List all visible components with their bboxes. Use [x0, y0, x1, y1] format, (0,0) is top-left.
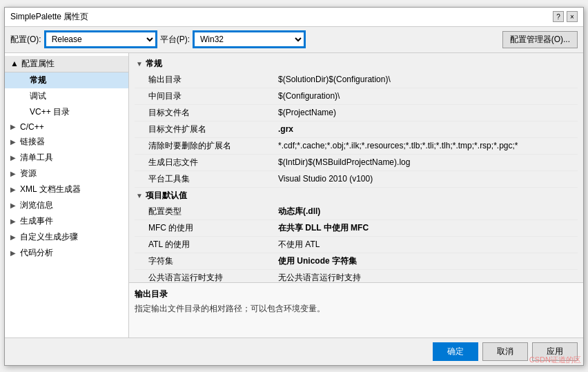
prop-target-name-label: 目标文件名 — [135, 106, 273, 119]
prop-intermediate-name: 中间目录 — [135, 90, 273, 103]
main-panel: ▼ 常规 输出目录 $(SolutionDir)$(Configuration)… — [129, 53, 583, 337]
sidebar-item-general[interactable]: 常规 — [5, 72, 128, 88]
description-text: 指定输出文件目录的相对路径；可以包含环境变量。 — [135, 303, 578, 315]
sidebar-item-code-arrow: ▶ — [10, 249, 17, 257]
sidebar-item-xml-label: XML 文档生成器 — [20, 184, 81, 195]
prop-atl-label: ATL 的使用 — [135, 238, 273, 251]
toolbar: 配置(O): Release Debug 所有配置 平台(P): Win32 x… — [5, 27, 583, 53]
prop-atl-use: ATL 的使用 不使用 ATL — [135, 237, 578, 253]
sidebar-item-linker[interactable]: ▶ 链接器 — [5, 134, 128, 150]
prop-config-type: 配置类型 动态库(.dll) — [135, 204, 578, 220]
description-panel: 输出目录 指定输出文件目录的相对路径；可以包含环境变量。 — [129, 282, 583, 337]
prop-platform-toolset-value: Visual Studio 2010 (v100) — [273, 173, 578, 184]
section-general-label: 常规 — [146, 58, 162, 70]
config-manager-button[interactable]: 配置管理器(O)... — [502, 31, 578, 48]
section-defaults-arrow: ▼ — [136, 192, 143, 199]
section-general-header[interactable]: ▼ 常规 — [135, 56, 578, 72]
sidebar-header-arrow: ▲ — [10, 59, 19, 68]
sidebar-item-manifest[interactable]: ▶ 清单工具 — [5, 150, 128, 166]
sidebar-item-cpp[interactable]: ▶ C/C++ — [5, 120, 128, 134]
prop-target-name-value: $(ProjectName) — [273, 107, 578, 118]
sidebar-item-resources-label: 资源 — [20, 168, 37, 179]
sidebar-item-vcpp-label: VC++ 目录 — [30, 106, 70, 118]
sidebar-item-linker-arrow: ▶ — [10, 138, 17, 146]
sidebar-header: ▲ 配置属性 — [5, 56, 128, 72]
prop-charset: 字符集 使用 Unicode 字符集 — [135, 253, 578, 270]
sidebar-item-resources-arrow: ▶ — [10, 170, 17, 177]
prop-build-log: 生成日志文件 $(IntDir)$(MSBuildProjectName).lo… — [135, 155, 578, 171]
ok-button[interactable]: 确定 — [433, 342, 478, 361]
title-bar-buttons: ? × — [553, 11, 578, 22]
sidebar-item-events-arrow: ▶ — [10, 217, 17, 225]
sidebar-item-browse-label: 浏览信息 — [20, 199, 53, 211]
prop-mfc-value: 在共享 DLL 中使用 MFC — [273, 222, 578, 235]
prop-clr-label: 公共语言运行时支持 — [135, 271, 273, 282]
watermark: CSDN证道的区 — [529, 355, 581, 365]
sidebar-item-manifest-arrow: ▶ — [10, 154, 17, 161]
prop-target-ext-label: 目标文件扩展名 — [135, 123, 273, 136]
properties-dialog: SimplePalette 属性页 ? × 配置(O): Release Deb… — [4, 7, 584, 366]
sidebar-item-manifest-label: 清单工具 — [20, 152, 53, 164]
sidebar-item-code-analysis[interactable]: ▶ 代码分析 — [5, 245, 128, 261]
prop-atl-value: 不使用 ATL — [273, 238, 578, 251]
prop-clr: 公共语言运行时支持 无公共语言运行时支持 — [135, 270, 578, 282]
sidebar: ▲ 配置属性 常规 调试 VC++ 目录 ▶ C/C++ ▶ 链接器 — [5, 53, 129, 337]
sidebar-item-custom-build[interactable]: ▶ 自定义生成步骤 — [5, 229, 128, 245]
sidebar-item-vcpp-dirs[interactable]: VC++ 目录 — [5, 104, 128, 120]
sidebar-item-debug[interactable]: 调试 — [5, 88, 128, 104]
title-bar: SimplePalette 属性页 ? × — [5, 8, 583, 27]
sidebar-item-linker-label: 链接器 — [20, 136, 45, 148]
sidebar-item-xml-gen[interactable]: ▶ XML 文档生成器 — [5, 182, 128, 197]
prop-target-ext: 目标文件扩展名 .grx — [135, 121, 578, 138]
prop-mfc-use: MFC 的使用 在共享 DLL 中使用 MFC — [135, 220, 578, 237]
sidebar-item-custom-arrow: ▶ — [10, 233, 17, 241]
prop-build-log-value: $(IntDir)$(MSBuildProjectName).log — [273, 157, 578, 168]
description-title: 输出目录 — [135, 288, 578, 300]
sidebar-item-xml-arrow: ▶ — [10, 186, 17, 193]
prop-config-type-label: 配置类型 — [135, 205, 273, 218]
sidebar-item-custom-label: 自定义生成步骤 — [20, 231, 78, 243]
sidebar-item-general-label: 常规 — [30, 75, 46, 86]
config-label: 配置(O): — [10, 34, 41, 46]
platform-select[interactable]: Win32 x64 — [194, 32, 304, 47]
prop-mfc-label: MFC 的使用 — [135, 222, 273, 235]
prop-intermediate-value: $(Configuration)\ — [273, 90, 578, 101]
prop-platform-toolset: 平台工具集 Visual Studio 2010 (v100) — [135, 171, 578, 188]
sidebar-header-label: 配置属性 — [21, 58, 55, 70]
prop-output-dir-name: 输出目录 — [135, 73, 273, 86]
sidebar-item-cpp-label: C/C++ — [20, 122, 44, 132]
cancel-button[interactable]: 取消 — [482, 342, 528, 361]
prop-output-dir-value: $(SolutionDir)$(Configuration)\ — [273, 74, 578, 85]
platform-label: 平台(P): — [160, 34, 190, 46]
prop-clean-ext-label: 清除时要删除的扩展名 — [135, 139, 273, 153]
prop-charset-value: 使用 Unicode 字符集 — [273, 255, 578, 268]
section-defaults-label: 项目默认值 — [146, 190, 187, 202]
sidebar-item-events-label: 生成事件 — [20, 215, 53, 227]
sidebar-item-debug-label: 调试 — [30, 90, 46, 102]
prop-target-ext-value: .grx — [273, 124, 578, 135]
sidebar-item-browse-arrow: ▶ — [10, 202, 17, 209]
prop-clr-value: 无公共语言运行时支持 — [273, 271, 578, 282]
sidebar-item-cpp-arrow: ▶ — [10, 123, 17, 130]
prop-config-type-value: 动态库(.dll) — [273, 205, 578, 218]
properties-table: ▼ 常规 输出目录 $(SolutionDir)$(Configuration)… — [129, 53, 583, 282]
prop-build-log-label: 生成日志文件 — [135, 156, 273, 169]
content-area: ▲ 配置属性 常规 调试 VC++ 目录 ▶ C/C++ ▶ 链接器 — [5, 53, 583, 337]
sidebar-item-build-events[interactable]: ▶ 生成事件 — [5, 213, 128, 229]
help-button[interactable]: ? — [553, 11, 564, 22]
bottom-bar: 确定 取消 应用 — [5, 337, 583, 365]
close-button[interactable]: × — [567, 11, 578, 22]
dialog-title: SimplePalette 属性页 — [10, 11, 88, 23]
sidebar-item-resources[interactable]: ▶ 资源 — [5, 166, 128, 182]
sidebar-item-code-label: 代码分析 — [20, 247, 53, 259]
prop-intermediate-dir: 中间目录 $(Configuration)\ — [135, 88, 578, 105]
config-select[interactable]: Release Debug 所有配置 — [46, 32, 156, 47]
prop-clean-ext-value: *.cdf;*.cache;*.obj;*.ilk;*.resources;*.… — [273, 140, 578, 151]
section-defaults-header[interactable]: ▼ 项目默认值 — [135, 188, 578, 204]
section-general-arrow: ▼ — [136, 60, 143, 68]
prop-target-name: 目标文件名 $(ProjectName) — [135, 105, 578, 121]
prop-platform-toolset-label: 平台工具集 — [135, 173, 273, 186]
sidebar-item-browse[interactable]: ▶ 浏览信息 — [5, 197, 128, 213]
prop-output-dir: 输出目录 $(SolutionDir)$(Configuration)\ — [135, 72, 578, 88]
prop-clean-ext: 清除时要删除的扩展名 *.cdf;*.cache;*.obj;*.ilk;*.r… — [135, 138, 578, 155]
